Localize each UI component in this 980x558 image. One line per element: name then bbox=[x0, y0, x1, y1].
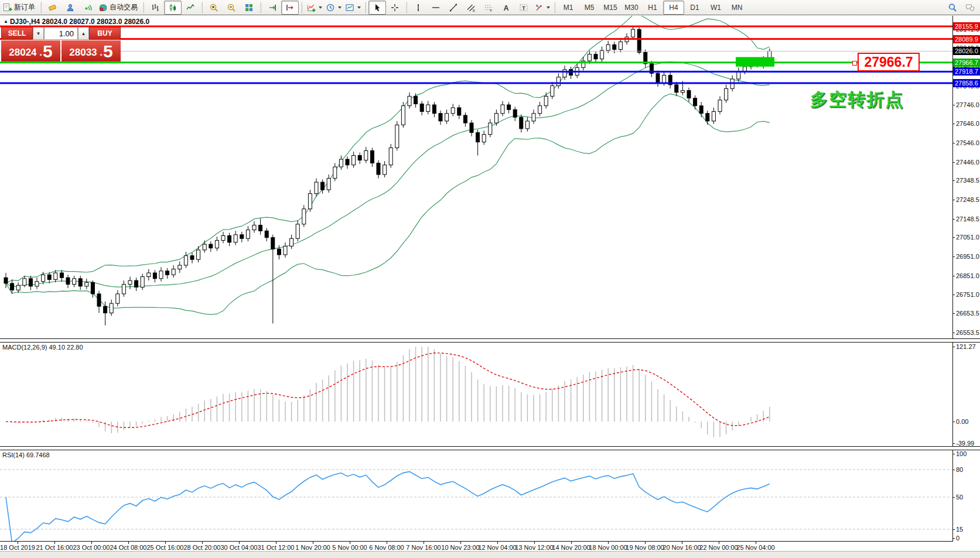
price-level-badge: 28089.9 bbox=[953, 35, 980, 43]
channel-button[interactable]: E bbox=[462, 1, 480, 15]
arrows-button[interactable] bbox=[532, 1, 552, 15]
toolbar-separator bbox=[554, 2, 555, 13]
candle-chart-button[interactable] bbox=[164, 1, 182, 15]
panel-splitter[interactable] bbox=[0, 446, 980, 450]
zoom-in-button[interactable] bbox=[205, 1, 223, 15]
templates-button[interactable] bbox=[343, 1, 363, 15]
trendline-anchor-marker[interactable] bbox=[852, 61, 857, 66]
macd-panel[interactable] bbox=[0, 342, 952, 446]
search-button[interactable] bbox=[944, 1, 961, 15]
sell-price-display[interactable]: 28024 .5 bbox=[1, 40, 60, 61]
price-tick-label: 27148.5 bbox=[956, 215, 980, 222]
collapse-triangle-icon[interactable]: ▲ bbox=[4, 19, 8, 24]
time-axis-label[interactable]: 5 Nov 00:00 bbox=[332, 544, 367, 551]
vline-icon bbox=[414, 3, 423, 12]
indicators-button[interactable] bbox=[305, 1, 324, 15]
buy-price-display[interactable]: 28033 .5 bbox=[62, 40, 121, 61]
time-axis-label[interactable]: 20 Nov 16:00 bbox=[663, 544, 701, 551]
tf-h1[interactable]: H1 bbox=[642, 1, 663, 15]
text-button[interactable]: A bbox=[497, 1, 515, 15]
level-lines bbox=[0, 26, 952, 84]
tf-h4[interactable]: H4 bbox=[663, 1, 684, 15]
clock-icon bbox=[326, 3, 335, 12]
volume-increase-button[interactable]: ▲ bbox=[78, 27, 89, 40]
macd-histogram bbox=[12, 347, 770, 437]
shift-icon bbox=[285, 3, 295, 12]
cursor-button[interactable] bbox=[368, 1, 386, 15]
market-watch-button[interactable] bbox=[62, 1, 79, 15]
new-order-button[interactable]: 新订单 bbox=[1, 1, 38, 15]
horizontal-line-button[interactable] bbox=[427, 1, 445, 15]
time-axis-label[interactable]: 19 Nov 08:00 bbox=[626, 544, 664, 551]
price-callout-label[interactable]: 27966.7 bbox=[858, 53, 920, 71]
time-axis-label[interactable]: 13 Nov 12:00 bbox=[515, 544, 553, 551]
time-axis-label[interactable]: 6 Nov 08:00 bbox=[369, 544, 404, 551]
macd-tick-label: 0.00 bbox=[956, 418, 980, 425]
time-axis-label[interactable]: 18 Nov 00:00 bbox=[589, 544, 627, 551]
rsi-panel[interactable] bbox=[0, 450, 952, 541]
tf-m1[interactable]: M1 bbox=[558, 1, 579, 15]
zoomin-icon bbox=[209, 3, 218, 12]
time-axis-label[interactable]: 14 Nov 20:00 bbox=[552, 544, 590, 551]
chevron-down-icon bbox=[547, 6, 550, 9]
time-axis-label[interactable]: 24 Oct 08:00 bbox=[110, 544, 147, 551]
vertical-line-button[interactable] bbox=[409, 1, 427, 15]
auto-scroll-button[interactable] bbox=[264, 1, 281, 15]
channel-icon: E bbox=[466, 3, 476, 12]
text-label-button[interactable]: T bbox=[515, 1, 532, 15]
time-axis-label[interactable]: 12 Nov 04:00 bbox=[478, 544, 516, 551]
chat-button[interactable] bbox=[961, 1, 979, 15]
time-axis-label[interactable]: 23 Oct 00:00 bbox=[73, 544, 110, 551]
rsi-gridlines bbox=[0, 470, 952, 529]
volume-decrease-button[interactable]: ▼ bbox=[33, 27, 44, 40]
tf-d1[interactable]: D1 bbox=[684, 1, 705, 15]
periods-button[interactable] bbox=[324, 1, 343, 15]
time-axis-label[interactable]: 21 Oct 16:00 bbox=[36, 544, 73, 551]
time-axis-label[interactable]: 31 Oct 12:00 bbox=[258, 544, 295, 551]
price-tick-label: 27746.0 bbox=[956, 101, 980, 108]
tf-w1[interactable]: W1 bbox=[705, 1, 726, 15]
autoscroll-icon bbox=[268, 3, 277, 12]
time-axis-label[interactable]: 25 Oct 16:00 bbox=[147, 544, 184, 551]
indicators-icon bbox=[306, 3, 316, 12]
fibonacci-button[interactable]: F bbox=[480, 1, 497, 15]
panel-splitter[interactable] bbox=[0, 338, 980, 343]
tf-mn[interactable]: MN bbox=[726, 1, 747, 15]
trendline-button[interactable] bbox=[445, 1, 462, 15]
bar-chart-button[interactable] bbox=[146, 1, 164, 15]
sell-button[interactable]: SELL bbox=[1, 27, 33, 40]
template-icon bbox=[345, 3, 354, 12]
signals-button[interactable] bbox=[79, 1, 97, 15]
crosshair-button[interactable] bbox=[386, 1, 404, 15]
toolbar-separator bbox=[202, 2, 203, 13]
time-axis-label[interactable]: 28 Oct 20:00 bbox=[184, 544, 221, 551]
time-axis-label[interactable]: 1 Nov 20:00 bbox=[295, 544, 330, 551]
price-axis-line bbox=[952, 16, 953, 542]
main-chart[interactable] bbox=[0, 16, 952, 340]
time-axis-label[interactable]: 22 Nov 00:00 bbox=[699, 544, 737, 551]
time-axis-label[interactable]: 30 Oct 04:00 bbox=[221, 544, 258, 551]
search-icon bbox=[948, 3, 957, 12]
auto-trading-button[interactable]: 自动交易 bbox=[97, 1, 141, 15]
eraser-button[interactable] bbox=[44, 1, 62, 15]
zoom-out-button[interactable] bbox=[223, 1, 240, 15]
time-axis-label[interactable]: 10 Nov 23:00 bbox=[441, 544, 479, 551]
time-axis-label[interactable]: 7 Nov 16:00 bbox=[406, 544, 441, 551]
rsi-tick-label: 15 bbox=[956, 526, 980, 533]
volume-input[interactable] bbox=[44, 27, 78, 40]
chart-shift-button[interactable] bbox=[281, 1, 299, 15]
tf-m5[interactable]: M5 bbox=[579, 1, 600, 15]
time-axis-label[interactable]: 25 Nov 04:00 bbox=[736, 544, 774, 551]
buy-button[interactable]: BUY bbox=[89, 27, 121, 40]
hline-icon bbox=[431, 3, 441, 12]
tf-m30[interactable]: M30 bbox=[621, 1, 642, 15]
rsi-tick-label: 100 bbox=[956, 450, 980, 457]
tile-windows-button[interactable] bbox=[240, 1, 258, 15]
svg-text:A: A bbox=[504, 4, 509, 12]
macd-signal-line bbox=[6, 353, 770, 428]
price-tick-label: 27248.5 bbox=[956, 196, 980, 203]
terminal-window: 新订单自动交易EFATM1M5M15M30H1H4D1W1MN ▲DJ30-,H… bbox=[0, 0, 980, 558]
time-axis-label[interactable]: 18 Oct 2019 bbox=[0, 544, 35, 551]
line-chart-button[interactable] bbox=[182, 1, 199, 15]
tf-m15[interactable]: M15 bbox=[600, 1, 621, 15]
